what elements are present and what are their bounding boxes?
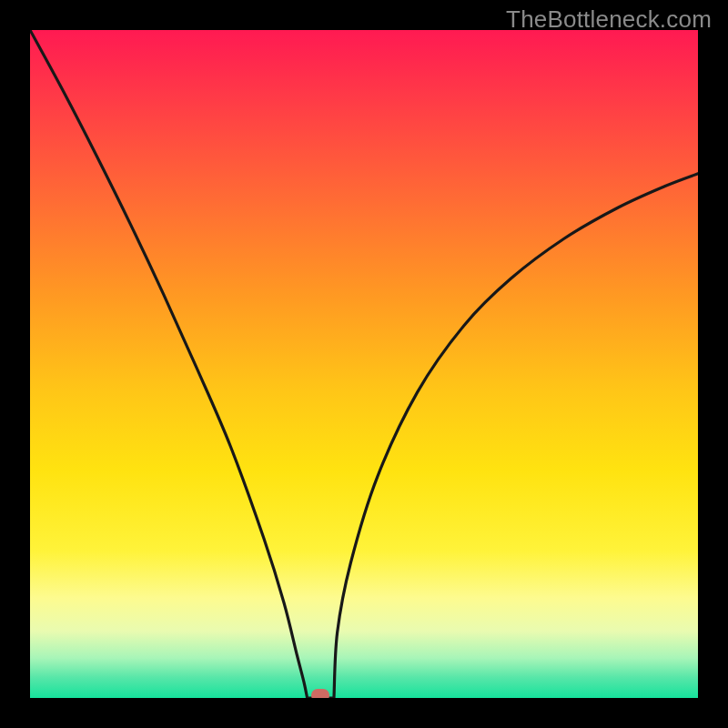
curve-layer <box>30 30 698 698</box>
chart-frame: TheBottleneck.com <box>0 0 728 728</box>
bottleneck-curve <box>30 30 698 698</box>
plot-area <box>30 30 698 698</box>
minimum-marker <box>311 689 329 698</box>
